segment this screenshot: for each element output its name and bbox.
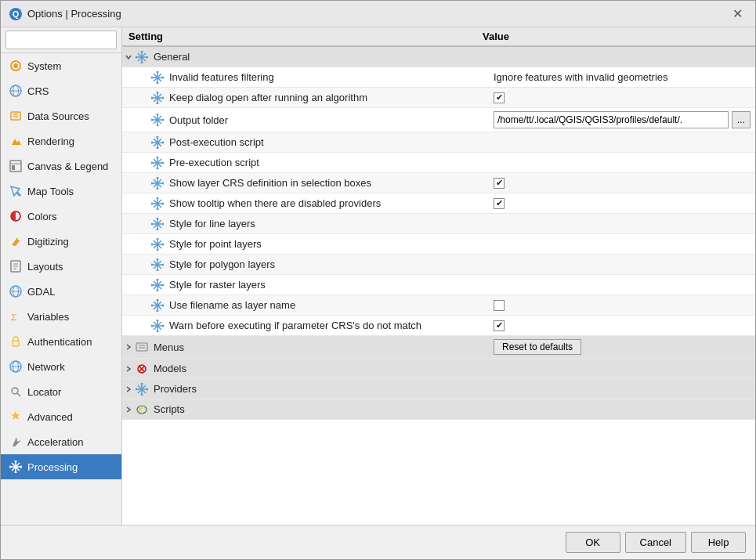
group-label-menus: Menus (150, 340, 489, 355)
sidebar-item-canvas-legend[interactable]: Canvas & Legend (1, 154, 121, 179)
group-row-scripts[interactable]: Scripts (122, 399, 755, 420)
setting-row-output-folder[interactable]: Output folder... (122, 108, 755, 132)
setting-value-keep-dialog[interactable] (489, 91, 755, 105)
group-row-providers[interactable]: Providers (122, 379, 755, 399)
setting-row-invalid-features[interactable]: Invalid features filteringIgnore feature… (122, 67, 755, 88)
setting-label-style-point: Style for point layers (166, 237, 489, 251)
sidebar-item-colors[interactable]: Colors (1, 204, 121, 229)
svg-text:Σ: Σ (10, 312, 16, 323)
checkbox-show-crs[interactable] (494, 178, 505, 189)
svg-point-94 (157, 197, 159, 200)
path-input-output-folder[interactable] (494, 111, 729, 128)
app-icon: Q (9, 7, 23, 21)
sidebar-item-gdal[interactable]: GDAL (1, 279, 121, 304)
svg-point-112 (151, 243, 154, 245)
sidebar-item-advanced[interactable]: Advanced (1, 404, 121, 429)
ok-button[interactable]: OK (566, 532, 620, 553)
sidebar-item-acceleration[interactable]: Acceleration (1, 429, 121, 454)
setting-row-post-script[interactable]: Post-execution script (122, 132, 755, 153)
sidebar-item-processing[interactable]: Processing (1, 454, 121, 479)
header-value: Value (483, 31, 749, 42)
expand-icon-menus[interactable] (122, 344, 135, 350)
svg-point-31 (15, 471, 17, 474)
setting-row-warn-crs[interactable]: Warn before executing if parameter CRS's… (122, 316, 755, 336)
setting-label-style-line: Style for line layers (166, 216, 489, 231)
svg-point-96 (151, 202, 154, 204)
group-row-general[interactable]: General (122, 47, 755, 67)
svg-point-63 (157, 125, 159, 127)
sidebar-item-variables[interactable]: ΣVariables (1, 304, 121, 329)
reset-defaults-button[interactable]: Reset to defaults (494, 339, 581, 355)
svg-point-89 (162, 182, 165, 184)
group-label-providers: Providers (150, 381, 489, 396)
svg-point-32 (9, 466, 12, 468)
setting-value-warn-crs[interactable] (489, 319, 755, 333)
group-row-models[interactable]: Models (122, 359, 755, 379)
data-sources-icon (9, 109, 23, 123)
expand-icon-general[interactable] (122, 54, 135, 60)
svg-point-49 (162, 76, 165, 78)
variables-icon: Σ (9, 309, 23, 323)
sidebar-item-network[interactable]: Network (1, 354, 121, 379)
sidebar-item-rendering[interactable]: Rendering (1, 128, 121, 154)
sidebar-item-layouts[interactable]: Layouts (1, 254, 121, 279)
sidebar-item-crs[interactable]: CRS (1, 78, 121, 103)
svg-point-30 (15, 461, 17, 463)
cancel-button[interactable]: Cancel (625, 532, 686, 553)
setting-row-show-tooltip[interactable]: Show tooltip when there are disabled pro… (122, 193, 755, 214)
sidebar-item-system[interactable]: System (1, 53, 121, 78)
expand-icon-models[interactable] (122, 366, 135, 372)
group-value-scripts (489, 408, 755, 411)
sidebar-list: SystemCRSData SourcesRenderingCanvas & L… (1, 53, 121, 525)
group-row-menus[interactable]: MenusReset to defaults (122, 336, 755, 359)
setting-value-output-folder[interactable]: ... (489, 110, 755, 130)
setting-label-style-raster: Style for raster layers (166, 277, 489, 292)
sidebar-item-authentication[interactable]: Authentication (1, 329, 121, 354)
svg-point-145 (162, 324, 165, 327)
help-button[interactable]: Help (691, 532, 746, 553)
expand-icon-scripts[interactable] (122, 406, 135, 413)
setting-label-show-crs: Show layer CRS definition in selection b… (166, 175, 489, 190)
locator-icon (9, 385, 23, 399)
sidebar-item-label-canvas-legend: Canvas & Legend (27, 161, 108, 172)
svg-point-103 (157, 228, 159, 230)
setting-label-use-filename: Use filename as layer name (166, 298, 489, 313)
setting-row-show-crs[interactable]: Show layer CRS definition in selection b… (122, 173, 755, 193)
canvas-legend-icon (9, 159, 23, 173)
expand-icon-providers[interactable] (122, 386, 135, 392)
sidebar-item-data-sources[interactable]: Data Sources (1, 103, 121, 128)
checkbox-warn-crs[interactable] (494, 320, 505, 331)
svg-point-111 (157, 248, 159, 251)
setting-row-style-polygon[interactable]: Style for polygon layers (122, 255, 755, 275)
close-button[interactable]: ✕ (728, 6, 747, 22)
svg-point-40 (136, 56, 138, 58)
setting-value-use-filename[interactable] (489, 298, 755, 313)
svg-point-134 (157, 299, 159, 302)
setting-row-style-line[interactable]: Style for line layers (122, 214, 755, 234)
setting-value-pre-script (489, 161, 755, 164)
sidebar-item-locator[interactable]: Locator (1, 379, 121, 404)
sidebar-item-digitizing[interactable]: Digitizing (1, 229, 121, 254)
group-value-providers (489, 388, 755, 391)
map-tools-icon (9, 184, 23, 198)
setting-value-show-tooltip[interactable] (489, 197, 755, 211)
checkbox-keep-dialog[interactable] (494, 92, 505, 103)
setting-row-style-raster[interactable]: Style for raster layers (122, 275, 755, 295)
group-value-general (489, 56, 755, 59)
setting-row-pre-script[interactable]: Pre-execution script (122, 153, 755, 173)
checkbox-use-filename[interactable] (494, 300, 505, 311)
setting-value-invalid-features[interactable]: Ignore features with invalid geometries (489, 70, 755, 85)
checkbox-show-tooltip[interactable] (494, 198, 505, 209)
svg-point-126 (157, 279, 159, 281)
setting-row-keep-dialog[interactable]: Keep dialog open after running an algori… (122, 88, 755, 108)
setting-row-style-point[interactable]: Style for point layers (122, 234, 755, 255)
setting-row-use-filename[interactable]: Use filename as layer name (122, 295, 755, 316)
browse-button-output-folder[interactable]: ... (732, 111, 751, 128)
svg-point-143 (157, 330, 159, 332)
search-input[interactable] (5, 31, 117, 49)
setting-label-keep-dialog: Keep dialog open after running an algori… (166, 90, 489, 105)
svg-point-81 (162, 161, 165, 164)
sidebar-item-label-layouts: Layouts (27, 261, 63, 273)
setting-value-show-crs[interactable] (489, 176, 755, 190)
sidebar-item-map-tools[interactable]: Map Tools (1, 179, 121, 204)
